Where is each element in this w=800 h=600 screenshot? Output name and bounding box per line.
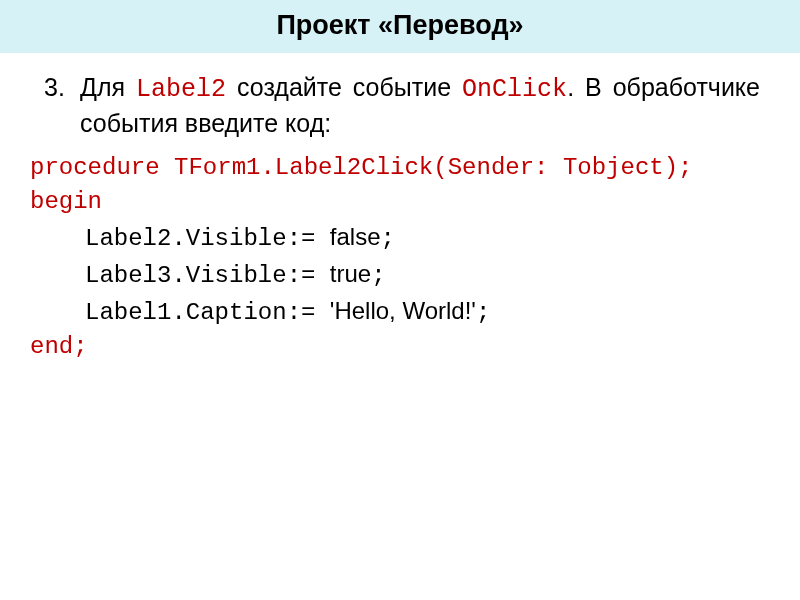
code-ref-label2: Label2	[136, 75, 226, 104]
code-l2a: Label3.Visible:=	[85, 262, 330, 289]
instruction-block: 3. Для Label2 создайте событие OnClick. …	[0, 53, 800, 151]
code-line-1: Label2.Visible:= false;	[30, 220, 770, 257]
code-l1a: Label2.Visible:=	[85, 225, 330, 252]
instruction-text-1: Для	[80, 73, 136, 101]
code-procedure: procedure TForm1.Label2Click(Sender: Tob…	[30, 151, 770, 186]
code-l3c: ;	[476, 299, 490, 326]
instruction-text-2: создайте событие	[226, 73, 462, 101]
code-l2c: ;	[371, 262, 385, 289]
code-line-3: Label1.Caption:= 'Hello, World!';	[30, 294, 770, 331]
slide-title: Проект «Перевод»	[0, 10, 800, 41]
code-begin: begin	[30, 185, 770, 220]
slide: Проект «Перевод» 3. Для Label2 создайте …	[0, 0, 800, 600]
code-l2b: true	[330, 260, 371, 287]
code-l3a: Label1.Caption:=	[85, 299, 330, 326]
code-block: procedure TForm1.Label2Click(Sender: Tob…	[0, 151, 800, 366]
code-l1b: false	[330, 223, 381, 250]
code-l3b: 'Hello, World!'	[330, 297, 476, 324]
list-number: 3.	[44, 71, 65, 105]
code-ref-onclick: OnClick	[462, 75, 567, 104]
title-bar: Проект «Перевод»	[0, 0, 800, 53]
code-end: end;	[30, 330, 770, 365]
code-l1c: ;	[381, 225, 395, 252]
code-line-2: Label3.Visible:= true;	[30, 257, 770, 294]
